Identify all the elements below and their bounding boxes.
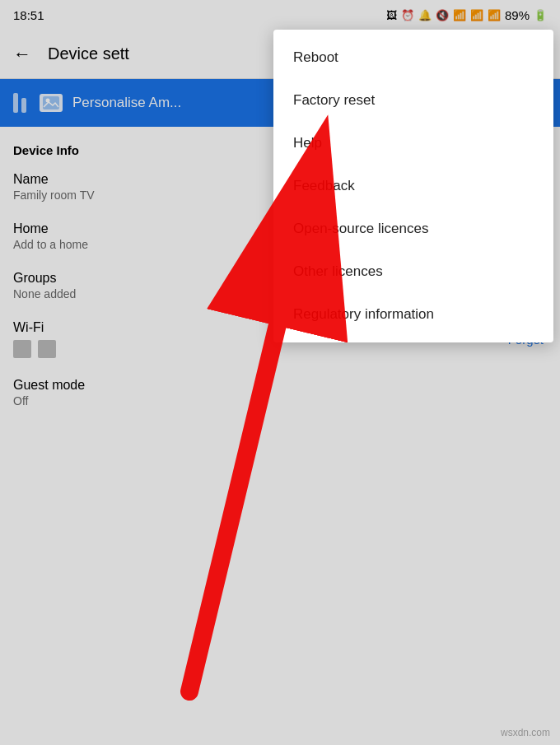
menu-item-open-source[interactable]: Open-source licences bbox=[273, 207, 553, 250]
menu-item-factory-reset[interactable]: Factory reset bbox=[273, 79, 553, 122]
menu-item-feedback[interactable]: Feedback bbox=[273, 165, 553, 207]
dropdown-menu: Reboot Factory reset Help Feedback Open-… bbox=[273, 30, 553, 342]
menu-item-help[interactable]: Help bbox=[273, 122, 553, 165]
menu-item-reboot[interactable]: Reboot bbox=[273, 36, 553, 79]
menu-item-other-licences[interactable]: Other licences bbox=[273, 250, 553, 293]
menu-item-regulatory[interactable]: Regulatory information bbox=[273, 293, 553, 336]
